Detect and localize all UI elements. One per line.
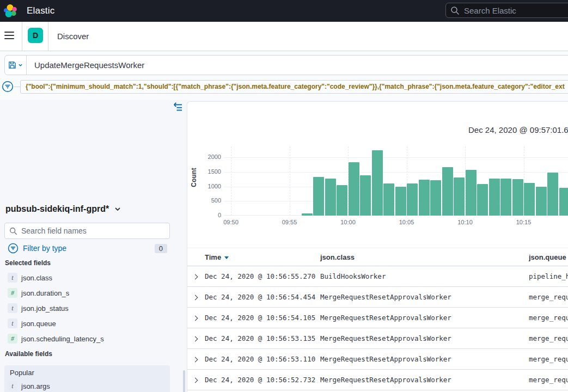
expand-row-icon[interactable]	[193, 274, 198, 280]
y-axis-tick: 0	[197, 212, 221, 218]
save-query-button[interactable]	[4, 55, 27, 75]
expand-row-icon[interactable]	[193, 316, 198, 321]
histogram-bar-10:09[interactable]	[454, 177, 465, 216]
histogram-bar-10:14[interactable]	[512, 179, 523, 216]
field-item-json.scheduling_latency_s[interactable]: #json.scheduling_latency_s	[0, 331, 174, 346]
histogram-bar-10:13[interactable]	[500, 179, 511, 216]
histogram-bar-10:07[interactable]	[430, 180, 441, 216]
search-icon	[9, 227, 17, 235]
cell-json-queue: merge_reque	[529, 370, 568, 390]
cell-json-class: MergeRequestResetApprovalsWorker	[320, 308, 451, 328]
chevron-down-icon	[113, 205, 122, 213]
histogram-bar-10:10[interactable]	[466, 170, 477, 216]
histogram-bar-09:58[interactable]	[325, 179, 336, 216]
histogram-bar-10:05[interactable]	[407, 183, 418, 216]
x-axis-tick: 10:05	[393, 219, 420, 225]
discover-main-panel: Dec 24, 2020 @ 09:57:01.67 Count 09:5009…	[187, 101, 568, 392]
discover-app-badge: D	[28, 28, 43, 43]
cell-json-class: MergeRequestResetApprovalsWorker	[320, 328, 451, 349]
expand-row-icon[interactable]	[193, 295, 198, 301]
sidebar-scrollbar[interactable]	[183, 370, 185, 392]
cell-time: Dec 24, 2020 @ 10:56:52.732	[205, 370, 315, 390]
collapse-sidebar-button[interactable]	[173, 102, 184, 113]
table-row: Dec 24, 2020 @ 10:56:52.732MergeRequestR…	[187, 370, 568, 390]
index-pattern-selector[interactable]: pubsub-sidekiq-inf-gprd*	[5, 203, 122, 216]
field-item-json.args[interactable]: tjson.args	[4, 378, 170, 392]
x-axis-tick: 09:50	[217, 219, 245, 225]
histogram-bar-09:56[interactable]	[302, 213, 313, 216]
x-axis-tick: 09:55	[276, 219, 303, 225]
filter-by-type-link[interactable]: Filter by type	[23, 244, 66, 253]
x-axis-tick: 10:00	[334, 219, 362, 225]
selected-fields-list: tjson.class#json.duration_stjson.job_sta…	[0, 270, 174, 346]
filter-pill-text: {"bool":{"minimum_should_match":1,"shoul…	[26, 83, 565, 90]
histogram-bar-09:59[interactable]	[337, 185, 347, 216]
selected-fields-label: Selected fields	[5, 259, 51, 267]
number-field-type-icon: #	[8, 334, 17, 344]
brand-title: Elastic	[27, 5, 54, 16]
string-field-type-icon: t	[8, 303, 17, 313]
histogram-bar-10:03[interactable]	[383, 183, 394, 216]
table-row: Dec 24, 2020 @ 10:56:53.135MergeRequestR…	[187, 328, 568, 349]
histogram-bar-10:02[interactable]	[372, 150, 383, 216]
documents-table: Dec 24, 2020 @ 10:56:55.270BuildHooksWor…	[187, 266, 568, 390]
gridline	[290, 146, 290, 216]
histogram-bar-10:01[interactable]	[360, 175, 371, 216]
field-name: json.job_status	[21, 304, 69, 313]
expand-row-icon[interactable]	[193, 357, 198, 363]
field-search	[4, 223, 170, 239]
histogram-bar-10:06[interactable]	[419, 180, 430, 216]
histogram-bar-10:04[interactable]	[395, 187, 406, 216]
cell-json-queue: merge_reque	[529, 287, 568, 308]
histogram-bar-10:15[interactable]	[524, 183, 535, 216]
expand-row-icon[interactable]	[193, 378, 198, 383]
histogram-bar-10:12[interactable]	[489, 179, 500, 216]
breadcrumb-bar: D Discover	[0, 22, 568, 51]
search-icon	[450, 6, 460, 15]
field-search-input[interactable]	[21, 226, 165, 235]
field-item-json.duration_s[interactable]: #json.duration_s	[0, 285, 174, 301]
histogram-bar-10:16[interactable]	[536, 187, 547, 216]
breadcrumb[interactable]: Discover	[57, 22, 89, 51]
filter-by-type-icon	[8, 243, 19, 254]
histogram-bar-10:00[interactable]	[349, 162, 359, 216]
expand-row-icon[interactable]	[193, 336, 198, 342]
histogram-bar-10:08[interactable]	[442, 167, 453, 216]
column-header-json-class[interactable]: json.class	[320, 248, 355, 266]
histogram-bar-09:57[interactable]	[313, 177, 324, 216]
popular-fields-section: Popular tjson.argstjson.correlation_idtj…	[4, 365, 170, 392]
field-sidebar: pubsub-sidekiq-inf-gprd* Filter by type …	[0, 100, 187, 392]
cell-json-queue: merge_reque	[529, 328, 568, 349]
y-axis-tick: 1500	[197, 168, 221, 175]
global-search[interactable]	[445, 3, 568, 18]
cell-time: Dec 24, 2020 @ 10:56:55.270	[205, 266, 315, 287]
available-fields-label: Available fields	[5, 350, 52, 358]
divider	[48, 22, 48, 51]
number-field-type-icon: #	[8, 288, 17, 298]
cell-time: Dec 24, 2020 @ 10:56:54.105	[205, 308, 315, 328]
filter-menu-icon[interactable]	[2, 81, 14, 93]
query-input[interactable]: UpdateMergeRequestsWorker	[26, 55, 568, 75]
table-row: Dec 24, 2020 @ 10:56:54.105MergeRequestR…	[187, 308, 568, 328]
filter-pill[interactable]: {"bool":{"minimum_should_match":1,"shoul…	[20, 80, 568, 94]
field-item-json.class[interactable]: tjson.class	[0, 270, 174, 285]
menu-icon[interactable]	[4, 32, 14, 39]
filter-by-type-row: Filter by type 0	[8, 242, 167, 254]
cell-time: Dec 24, 2020 @ 10:56:54.454	[205, 287, 315, 308]
column-header-time[interactable]: Time	[205, 248, 229, 266]
field-item-json.job_status[interactable]: tjson.job_status	[0, 301, 174, 316]
cell-json-queue: merge_reque	[529, 308, 568, 328]
gridline	[224, 157, 568, 158]
global-search-input[interactable]	[464, 6, 557, 15]
elastic-logo[interactable]	[3, 4, 18, 19]
column-header-json-queue[interactable]: json.queue	[529, 248, 566, 266]
cell-json-queue: pipeline_ho	[529, 266, 568, 287]
histogram-bar-10:17[interactable]	[547, 173, 558, 216]
histogram-bar-10:18[interactable]	[559, 188, 568, 216]
field-item-json.queue[interactable]: tjson.queue	[0, 316, 174, 331]
field-name: json.duration_s	[21, 289, 69, 297]
gridline	[224, 172, 568, 173]
table-row: Dec 24, 2020 @ 10:56:54.454MergeRequestR…	[187, 287, 568, 308]
index-pattern-name: pubsub-sidekiq-inf-gprd*	[5, 204, 109, 214]
histogram-bar-10:11[interactable]	[477, 184, 488, 216]
